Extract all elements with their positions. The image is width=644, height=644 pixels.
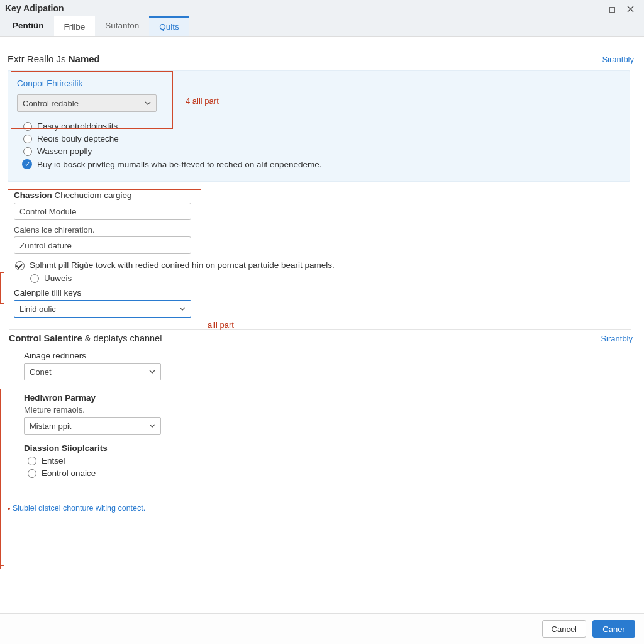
tab-sutanton[interactable]: Sutanton: [95, 16, 149, 36]
annotation-2: alll part: [208, 320, 234, 330]
chevron-down-icon: [179, 307, 186, 311]
hediwron-label: Hediwron Parmay: [24, 393, 634, 402]
control-redable-select[interactable]: Control redable: [17, 94, 157, 112]
chevron-down-icon: [145, 101, 151, 105]
radio-uuweis[interactable]: Uuweis: [30, 274, 634, 283]
window-title: Key Adipation: [5, 3, 64, 13]
caner-button[interactable]: Caner: [592, 620, 635, 638]
tabstrip: Pentiûn Frilbe Sutanton Quits: [0, 16, 644, 37]
linid-oulic-select[interactable]: Linid oulic: [14, 300, 191, 318]
radio-icon: [28, 469, 36, 478]
conpot-title: Conpot Ehtircsilik: [17, 79, 621, 88]
calens-label: Calens ice chireration.: [14, 225, 634, 235]
radio-icon: [23, 122, 32, 131]
svg-rect-1: [609, 7, 614, 12]
section1-header: Extr Reallo Js Named Sirantbly: [8, 53, 634, 64]
section2-link[interactable]: Sirantbly: [601, 334, 633, 343]
radio-icon: [30, 274, 39, 283]
annotation-1: 4 alll part: [186, 96, 219, 106]
splhmt-check[interactable]: Splhmt pill Rigùe tovck with redied conî…: [15, 260, 634, 270]
checkmark-icon: [15, 261, 25, 270]
check-circle-icon: ✓: [22, 159, 32, 169]
separator: [9, 329, 631, 330]
radio-icon: [23, 147, 32, 156]
dialog-footer: Cancel Caner: [0, 613, 644, 644]
section2-header: Control Salentire & deplatys channel Sir…: [9, 333, 633, 343]
radio-entsel[interactable]: Entsel: [28, 456, 634, 465]
radio-eontrol[interactable]: Eontrol onaice: [28, 469, 634, 478]
conpot-card: 4 alll part Conpot Ehtircsilik Control r…: [8, 70, 630, 182]
mieture-label: Mieture remaols.: [24, 405, 634, 414]
titlebar: Key Adipation: [0, 0, 644, 16]
chevron-down-icon: [149, 370, 155, 374]
radio-icon: [28, 457, 36, 465]
ainage-label: Ainage redriners: [24, 351, 634, 360]
close-icon[interactable]: [621, 4, 639, 13]
section1-title: Extr Reallo Js Named: [8, 53, 100, 64]
radio-wassen[interactable]: Wassen poplly: [23, 147, 621, 156]
chassion-block: alll part Chassion Chechuciom cargieg Ca…: [6, 191, 634, 318]
info-line: ✓ Buy io bosck privtleg mumalls wha be-f…: [22, 159, 621, 169]
control-redable-value: Control redable: [23, 99, 79, 108]
chevron-down-icon: [149, 424, 155, 428]
section1-link[interactable]: Sirantbly: [602, 55, 634, 64]
restore-icon[interactable]: [604, 4, 621, 13]
mistam-select[interactable]: Mistam ppit: [24, 417, 161, 435]
annotation-bracket-end: [0, 565, 4, 569]
diassion-label: Diassion Siioplcarits: [24, 443, 634, 453]
zuntrol-dature-input[interactable]: [14, 236, 191, 254]
annotation-bracket: [0, 272, 4, 304]
tab-quits[interactable]: Quits: [149, 16, 189, 36]
tab-frilbe[interactable]: Frilbe: [54, 16, 96, 36]
annotation-bracket-long: [0, 389, 4, 565]
tab-pentiun[interactable]: Pentiûn: [3, 16, 54, 36]
footnote-link[interactable]: Slubiel distcel chonture witing contect.: [13, 504, 145, 513]
radio-reois[interactable]: Reois bouly depteche: [23, 134, 621, 143]
radio-icon: [23, 135, 32, 143]
calenplle-label: Calenplle tiill keys: [14, 288, 634, 297]
control-module-input[interactable]: [14, 203, 191, 220]
content-area: Extr Reallo Js Named Sirantbly 4 alll pa…: [0, 37, 644, 613]
section2-title: Control Salentire & deplatys channel: [9, 333, 162, 343]
radio-easry[interactable]: Easry controldoinstits: [23, 121, 621, 131]
chassion-label: Chassion Chechuciom cargieg: [14, 191, 634, 200]
conet-select[interactable]: Conet: [24, 363, 161, 380]
cancel-button[interactable]: Cancel: [542, 620, 586, 638]
dialog-root: Key Adipation Pentiûn Frilbe Sutanton Qu…: [0, 0, 644, 644]
